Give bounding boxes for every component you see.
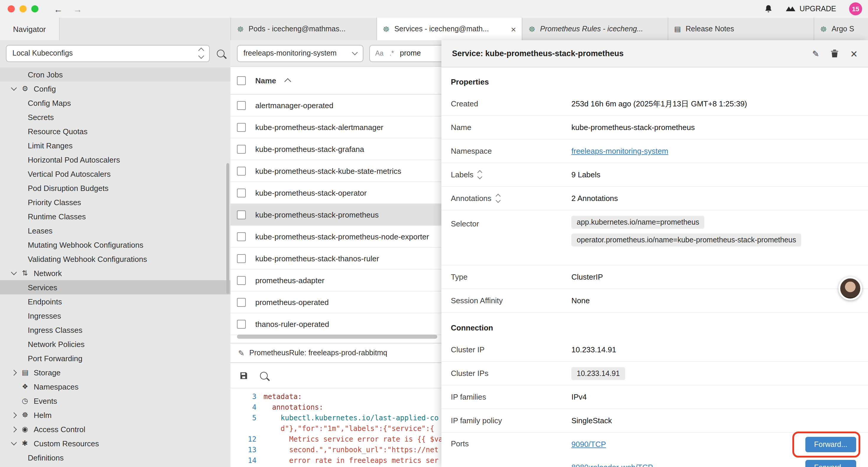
notifications-bell-icon[interactable]: [764, 4, 773, 13]
chevron-right-icon[interactable]: [11, 412, 17, 418]
chevron-right-icon[interactable]: [11, 426, 17, 432]
sidebar-item-config-maps[interactable]: Config Maps: [0, 96, 230, 110]
sidebar-scrollbar[interactable]: [226, 163, 229, 294]
forward-button[interactable]: Forward...: [805, 460, 856, 467]
zoom-window-button[interactable]: [31, 5, 38, 12]
sidebar-item-cron-jobs[interactable]: Cron Jobs: [0, 67, 230, 82]
row-checkbox[interactable]: [237, 298, 246, 307]
expand-labels-icon[interactable]: [478, 171, 482, 178]
access-control-icon: ◉: [22, 425, 34, 433]
sidebar-item-runtime-classes[interactable]: Runtime Classes: [0, 209, 230, 224]
namespace-link[interactable]: freeleaps-monitoring-system: [571, 147, 668, 155]
port-link[interactable]: 8080:reloader-web/TCP: [571, 463, 653, 467]
sidebar-item-config[interactable]: ⚙Config: [0, 82, 230, 96]
regex-toggle[interactable]: .*: [390, 50, 394, 57]
sidebar-item-label: Secrets: [28, 113, 54, 121]
forward-button[interactable]: →: [73, 4, 82, 14]
sidebar-item-horizontal-pod-autoscalers[interactable]: Horizontal Pod Autoscalers: [0, 152, 230, 167]
row-checkbox[interactable]: [237, 123, 246, 132]
select-all-checkbox[interactable]: [237, 76, 246, 85]
row-checkbox[interactable]: [237, 145, 246, 153]
namespace-dropdown[interactable]: freeleaps-monitoring-system: [237, 45, 363, 62]
row-checkbox[interactable]: [237, 210, 246, 219]
property-row-type: Type ClusterIP: [441, 265, 868, 289]
close-tab-icon[interactable]: ×: [511, 25, 516, 33]
sidebar-item-network[interactable]: ⇅Network: [0, 266, 230, 280]
close-window-button[interactable]: [8, 5, 15, 12]
sidebar-item-label: Custom Resources: [34, 439, 99, 448]
edit-resource-icon[interactable]: ✎: [812, 49, 819, 58]
tab-pods[interactable]: ☸ Pods - icecheng@mathmas...: [231, 18, 377, 40]
horizontal-scrollbar[interactable]: [237, 334, 437, 339]
search-icon[interactable]: [217, 49, 224, 57]
sidebar-item-mutating-webhook-configurations[interactable]: Mutating Webhook Configurations: [0, 238, 230, 252]
chevron-down-icon[interactable]: [11, 439, 17, 445]
sidebar-item-validating-webhook-configurations[interactable]: Validating Webhook Configurations: [0, 252, 230, 266]
tab-services[interactable]: ☸ Services - icecheng@math... ×: [377, 18, 522, 40]
sidebar-item-secrets[interactable]: Secrets: [0, 110, 230, 124]
lens-app-window: ← → UPGRADE 15 Navigator ☸ Pods - iceche…: [0, 0, 868, 467]
sidebar-item-storage[interactable]: ▤Storage: [0, 365, 230, 380]
sidebar-item-services[interactable]: Services: [0, 280, 230, 294]
upgrade-button[interactable]: UPGRADE: [786, 5, 836, 13]
property-label: Selector: [451, 219, 571, 228]
sidebar-item-events[interactable]: ◷Events: [0, 394, 230, 408]
match-case-toggle[interactable]: Aa: [375, 50, 383, 57]
sidebar-item-priority-classes[interactable]: Priority Classes: [0, 195, 230, 209]
row-checkbox[interactable]: [237, 101, 246, 110]
name-column-header[interactable]: Name: [255, 76, 276, 85]
sidebar-item-pod-disruption-budgets[interactable]: Pod Disruption Budgets: [0, 181, 230, 195]
tab-release-notes[interactable]: ▤ Release Notes: [668, 18, 814, 40]
forward-button[interactable]: Forward...: [805, 437, 856, 452]
service-details-drawer: Service: kube-prometheus-stack-prometheu…: [441, 40, 868, 467]
row-checkbox[interactable]: [237, 188, 246, 197]
code-text: second.","runbook_url":"https://net: [264, 444, 438, 455]
sidebar-item-namespaces[interactable]: ❖Namespaces: [0, 380, 230, 394]
sidebar-item-network-policies[interactable]: Network Policies: [0, 337, 230, 351]
port-link[interactable]: 9090/TCP: [571, 440, 606, 449]
search-icon[interactable]: [260, 372, 268, 379]
row-checkbox[interactable]: [237, 276, 246, 285]
forward-button-wrap: Forward...: [805, 437, 856, 452]
line-number: 14: [230, 455, 264, 466]
tab-argo[interactable]: ☸ Argo S: [814, 18, 868, 40]
notification-count-badge[interactable]: 15: [849, 2, 862, 16]
connection-section-heading: Connection: [441, 313, 868, 338]
sidebar-item-custom-resources[interactable]: ✱Custom Resources: [0, 436, 230, 450]
row-checkbox[interactable]: [237, 320, 246, 328]
kubeconfig-dropdown[interactable]: Local Kubeconfigs: [6, 45, 210, 62]
sidebar-item-vertical-pod-autoscalers[interactable]: Vertical Pod Autoscalers: [0, 167, 230, 181]
sidebar-item-ingresses[interactable]: Ingresses: [0, 309, 230, 323]
sidebar-item-definitions[interactable]: Definitions: [0, 450, 230, 465]
back-button[interactable]: ←: [54, 4, 63, 14]
minimize-window-button[interactable]: [20, 5, 27, 12]
save-icon[interactable]: [239, 371, 248, 380]
close-drawer-icon[interactable]: ×: [850, 48, 857, 59]
sidebar-item-port-forwarding[interactable]: Port Forwarding: [0, 351, 230, 365]
sidebar-item-limit-ranges[interactable]: Limit Ranges: [0, 138, 230, 152]
chevron-down-icon[interactable]: [11, 85, 17, 91]
row-checkbox[interactable]: [237, 254, 246, 263]
sidebar-item-endpoints[interactable]: Endpoints: [0, 294, 230, 309]
expand-annotations-icon[interactable]: [496, 195, 500, 202]
sidebar-item-label: Runtime Classes: [28, 212, 86, 221]
chevron-right-icon[interactable]: [11, 370, 17, 375]
property-label: Labels: [451, 170, 473, 179]
service-name: kube-prometheus-stack-prometheus: [255, 210, 379, 219]
sidebar-item-helm[interactable]: ☸Helm: [0, 408, 230, 422]
sidebar-item-ingress-classes[interactable]: Ingress Classes: [0, 323, 230, 337]
row-checkbox[interactable]: [237, 232, 246, 241]
code-text: metadata:: [264, 391, 302, 402]
row-checkbox[interactable]: [237, 167, 246, 175]
sidebar-item-access-control[interactable]: ◉Access Control: [0, 422, 230, 436]
sidebar-item-resource-quotas[interactable]: Resource Quotas: [0, 124, 230, 138]
sidebar-item-leases[interactable]: Leases: [0, 224, 230, 238]
line-number: 12: [230, 434, 264, 444]
tab-prometheus-rules[interactable]: ☸ Prometheus Rules - icecheng...: [523, 18, 668, 40]
namespace-dropdown-value: freeleaps-monitoring-system: [243, 49, 337, 57]
delete-resource-icon[interactable]: [831, 49, 839, 58]
property-row-ports: Ports 9090/TCP Forward... 8080:reloader-…: [441, 433, 868, 467]
dock-tab-prometheusrule[interactable]: ✎ PrometheusRule: freeleaps-prod-rabbitm…: [230, 344, 445, 362]
chevron-down-icon[interactable]: [11, 269, 17, 275]
user-avatar[interactable]: [838, 276, 862, 300]
